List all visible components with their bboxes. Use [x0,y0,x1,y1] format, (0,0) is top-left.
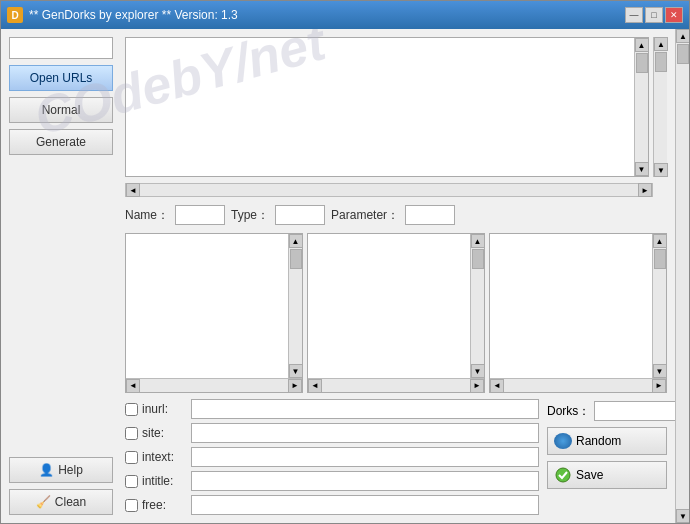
help-label: Help [58,463,83,477]
help-icon: 👤 [39,463,54,477]
col2-thumb[interactable] [472,249,484,269]
help-button[interactable]: 👤 Help [9,457,113,483]
random-label: Random [576,434,621,448]
clean-button[interactable]: 🧹 Clean [9,489,113,515]
normal-button[interactable]: Normal [9,97,113,123]
clean-label: Clean [55,495,86,509]
main-vscrollbar[interactable]: ▲ ▼ [634,38,648,176]
input-free[interactable] [191,495,539,515]
input-inurl[interactable] [191,399,539,419]
col2-hright[interactable]: ► [470,379,484,393]
input-site[interactable] [191,423,539,443]
checkbox-free-row: free: [125,495,539,515]
col3-scroll-up[interactable]: ▲ [653,234,667,248]
checkbox-site[interactable] [125,427,138,440]
col2-hscrollbar[interactable]: ◄ ► [308,378,484,392]
dorks-label: Dorks： [547,403,590,420]
url-input[interactable] [9,37,113,59]
window-controls: — □ ✕ [625,7,683,23]
title-bar: D ** GenDorks by explorer ** Version: 1.… [1,1,689,29]
maximize-button[interactable]: □ [645,7,663,23]
minimize-button[interactable]: — [625,7,643,23]
type-input[interactable] [275,205,325,225]
far-right-down[interactable]: ▼ [676,509,689,523]
top-hscrollbar[interactable]: ◄ ► [125,183,653,197]
col3-textarea[interactable] [490,234,652,378]
checkbox-intext-row: intext: [125,447,539,467]
col1-hscrollbar[interactable]: ◄ ► [126,378,302,392]
col3-inner: ▲ ▼ [490,234,666,378]
title-bar-left: D ** GenDorks by explorer ** Version: 1.… [7,7,238,23]
far-right-up[interactable]: ▲ [676,29,689,43]
main-textarea[interactable] [126,38,634,176]
checkbox-free[interactable] [125,499,138,512]
col1-hleft[interactable]: ◄ [126,379,140,393]
open-urls-button[interactable]: Open URLs [9,65,113,91]
label-intitle: intitle: [142,474,187,488]
hscroll-right[interactable]: ► [638,183,652,197]
save-button[interactable]: Save [547,461,667,489]
save-label: Save [576,468,603,482]
col1-scroll-down[interactable]: ▼ [289,364,303,378]
right-scroll-down[interactable]: ▼ [654,163,668,177]
top-right-vscrollbar[interactable]: ▲ ▼ [653,37,667,177]
col1-thumb[interactable] [290,249,302,269]
col2-scroll-up[interactable]: ▲ [471,234,485,248]
label-free: free: [142,498,187,512]
col2-hleft[interactable]: ◄ [308,379,322,393]
scroll-thumb[interactable] [636,53,648,73]
dorks-input[interactable] [594,401,675,421]
save-icon [554,467,572,483]
type-label: Type： [231,207,269,224]
app-icon: D [7,7,23,23]
right-scroll-up[interactable]: ▲ [654,37,668,51]
hscroll-left[interactable]: ◄ [126,183,140,197]
col3-vscrollbar[interactable]: ▲ ▼ [652,234,666,378]
scroll-track[interactable] [635,52,648,162]
name-input[interactable] [175,205,225,225]
col1-hright[interactable]: ► [288,379,302,393]
main-area: COdebY/net ▲ ▼ ▲ [121,29,675,523]
far-right-vscrollbar[interactable]: ▲ ▼ [675,29,689,523]
left-panel: Open URLs Normal Generate 👤 Help 🧹 Clean [1,29,121,523]
checkboxes-area: inurl: site: intext: [125,399,539,515]
checkbox-intext[interactable] [125,451,138,464]
top-textarea-section: ▲ ▼ ▲ ▼ [125,37,667,177]
close-button[interactable]: ✕ [665,7,683,23]
checkbox-intitle-row: intitle: [125,471,539,491]
hscroll-track[interactable] [140,184,638,196]
scroll-up-btn[interactable]: ▲ [635,38,649,52]
label-inurl: inurl: [142,402,187,416]
col2-scroll-down[interactable]: ▼ [471,364,485,378]
checkbox-inurl[interactable] [125,403,138,416]
col1-scroll-up[interactable]: ▲ [289,234,303,248]
col1-textarea[interactable] [126,234,288,378]
col1-inner: ▲ ▼ [126,234,302,378]
main-window: D ** GenDorks by explorer ** Version: 1.… [0,0,690,524]
content-area: Open URLs Normal Generate 👤 Help 🧹 Clean… [1,29,689,523]
generate-button[interactable]: Generate [9,129,113,155]
label-intext: intext: [142,450,187,464]
col2-textarea[interactable] [308,234,470,378]
col3-hscrollbar[interactable]: ◄ ► [490,378,666,392]
input-intitle[interactable] [191,471,539,491]
window-title: ** GenDorks by explorer ** Version: 1.3 [29,8,238,22]
bottom-section: inurl: site: intext: [125,399,667,515]
col1-vscrollbar[interactable]: ▲ ▼ [288,234,302,378]
col2-vscrollbar[interactable]: ▲ ▼ [470,234,484,378]
random-button[interactable]: Random [547,427,667,455]
col3-hleft[interactable]: ◄ [490,379,504,393]
col3-hright[interactable]: ► [652,379,666,393]
input-intext[interactable] [191,447,539,467]
col2-inner: ▲ ▼ [308,234,484,378]
dorks-row: Dorks： [547,401,667,421]
right-scroll-thumb[interactable] [655,52,667,72]
scroll-down-btn[interactable]: ▼ [635,162,649,176]
label-site: site: [142,426,187,440]
col2-container: ▲ ▼ ◄ ► [307,233,485,393]
checkbox-intitle[interactable] [125,475,138,488]
col3-thumb[interactable] [654,249,666,269]
parameter-input[interactable] [405,205,455,225]
col3-scroll-down[interactable]: ▼ [653,364,667,378]
right-scroll-track[interactable] [654,51,667,163]
